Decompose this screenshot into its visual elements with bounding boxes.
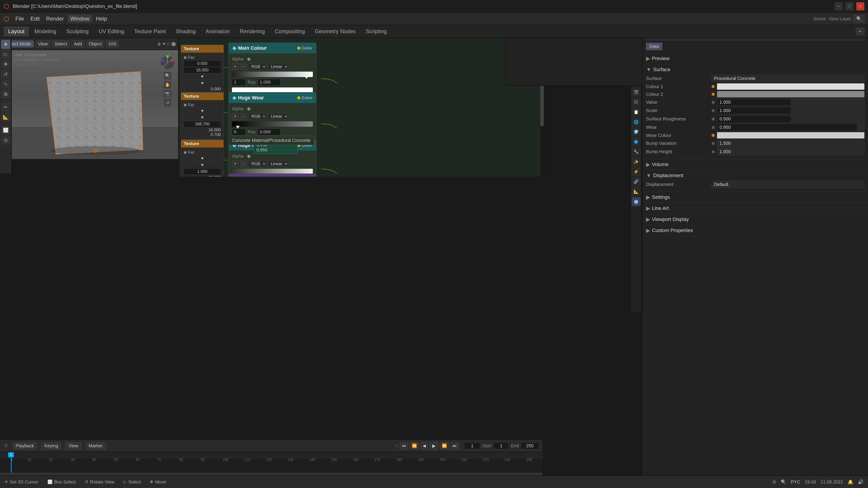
world-props-icon[interactable]: 🌍 bbox=[631, 127, 641, 136]
output-props-icon[interactable]: 🖼 bbox=[631, 98, 641, 107]
viewport-display-section[interactable]: ▶ Viewport Display bbox=[643, 214, 868, 225]
colour1-picker[interactable] bbox=[717, 84, 864, 90]
add-workspace-button[interactable]: + bbox=[856, 28, 864, 35]
keying-dropdown[interactable]: Keying bbox=[41, 442, 61, 449]
tab-texture-paint[interactable]: Texture Paint bbox=[130, 26, 170, 36]
modifier-props-icon[interactable]: 🔧 bbox=[631, 147, 641, 156]
tab-animation[interactable]: Animation bbox=[201, 26, 235, 36]
bump-height-input[interactable]: 1.000 bbox=[717, 148, 864, 155]
data-props-icon[interactable]: 📐 bbox=[631, 187, 641, 196]
end-frame-input[interactable]: 250 bbox=[521, 442, 539, 449]
colour2-picker[interactable] bbox=[717, 91, 864, 97]
value-input[interactable]: 1.000 bbox=[717, 99, 864, 106]
menu-edit[interactable]: Edit bbox=[28, 15, 42, 23]
start-frame-input[interactable]: 1 bbox=[493, 442, 509, 449]
pan-btn[interactable]: ✋ bbox=[164, 81, 171, 89]
tab-sculpting[interactable]: Sculpting bbox=[62, 26, 93, 36]
hw-stop-index[interactable] bbox=[232, 129, 246, 135]
hw-pos-value[interactable] bbox=[258, 129, 280, 135]
volume-section[interactable]: ▶ Volume bbox=[643, 159, 868, 170]
tab-shading[interactable]: Shading bbox=[171, 26, 200, 36]
render-props-icon[interactable]: 🎬 bbox=[631, 88, 641, 97]
viewport-select-btn[interactable]: Select bbox=[52, 40, 70, 47]
scale-input[interactable]: 1.000 bbox=[717, 107, 864, 114]
texture-node-3-dd1[interactable]: ▼ bbox=[184, 156, 221, 162]
hwm-remove-btn[interactable]: − bbox=[240, 161, 247, 167]
camera-btn[interactable]: 📷 bbox=[164, 90, 171, 98]
hwm-interp-select[interactable]: Linear bbox=[268, 161, 288, 167]
remove-stop-btn[interactable]: − bbox=[240, 64, 247, 70]
menu-help[interactable]: Help bbox=[93, 15, 110, 23]
data-tab-btn[interactable]: Data bbox=[646, 43, 662, 50]
next-frame-btn[interactable]: ⏩ bbox=[440, 442, 449, 449]
viewport-object-btn[interactable]: Object bbox=[86, 40, 104, 47]
search-box[interactable]: 🔍 bbox=[854, 15, 864, 22]
texture-val-1[interactable]: 0.500 bbox=[184, 61, 221, 67]
menu-window[interactable]: Window bbox=[68, 15, 92, 23]
texture-val-2[interactable]: 16.000 bbox=[184, 67, 221, 73]
texture-node-2-dd1[interactable]: ▼ bbox=[184, 108, 221, 114]
hwm-add-btn[interactable]: + bbox=[232, 161, 239, 167]
tab-scripting[interactable]: Scripting bbox=[361, 26, 391, 36]
texture-dropdown-1[interactable]: ▼ bbox=[184, 74, 221, 80]
line-art-section[interactable]: ▶ Line Art bbox=[643, 203, 868, 214]
hw-rgb-select[interactable]: RGB bbox=[248, 113, 266, 120]
object-props-icon[interactable]: 🔷 bbox=[631, 137, 641, 147]
search-icon[interactable]: 🔍 bbox=[781, 479, 786, 485]
texture-dropdown-2[interactable]: ▼ bbox=[184, 80, 221, 86]
viewport-view-btn[interactable]: View bbox=[35, 40, 50, 47]
texture-node-3-dd2[interactable]: ▼ bbox=[184, 162, 221, 168]
displacement-type-value[interactable]: Default bbox=[712, 181, 864, 188]
render-preview-icon[interactable]: ◐ bbox=[158, 41, 161, 46]
maximize-button[interactable]: □ bbox=[845, 2, 854, 10]
texture-val-1000[interactable]: 1.000 bbox=[184, 168, 221, 175]
move-tool[interactable]: ✥ bbox=[1, 60, 10, 69]
add-cube-tool[interactable]: ⬜ bbox=[1, 126, 10, 135]
node-canvas[interactable]: Texture Fac 0.500 16.000 ▼ ▼ 0.000 2.200… bbox=[179, 38, 544, 177]
hw-ramp[interactable] bbox=[232, 121, 313, 127]
jump-start-btn[interactable]: ⏮ bbox=[400, 442, 408, 449]
add-stop-btn[interactable]: + bbox=[232, 64, 239, 70]
preview-section[interactable]: ▶ Preview bbox=[643, 53, 868, 64]
scene-props-icon[interactable]: 🌐 bbox=[631, 118, 641, 127]
texture-node-2-dd2[interactable]: ▼ bbox=[184, 115, 221, 121]
roughness-input[interactable]: 0.500 bbox=[717, 116, 864, 123]
rgb-select[interactable]: RGB bbox=[248, 64, 266, 70]
jump-end-btn[interactable]: ⏭ bbox=[451, 442, 459, 449]
tab-uv-editing[interactable]: UV Editing bbox=[94, 26, 129, 36]
timeline-scrubber[interactable]: 1 10 20 30 40 50 60 70 80 90 100 110 120… bbox=[0, 452, 542, 476]
texture-val-288[interactable]: 288.700 bbox=[184, 121, 221, 127]
solid-view-icon[interactable]: ● bbox=[163, 41, 165, 46]
settings-section[interactable]: ▶ Settings bbox=[643, 192, 868, 203]
zoom-in-btn[interactable]: 🔍 bbox=[164, 72, 171, 79]
close-button[interactable]: ✕ bbox=[856, 2, 864, 10]
interpolation-select[interactable]: Linear bbox=[268, 64, 288, 70]
hw-interp-select[interactable]: Linear bbox=[268, 113, 288, 120]
menu-render[interactable]: Render bbox=[43, 15, 67, 23]
tab-layout[interactable]: Layout bbox=[4, 26, 29, 36]
hwm-rgb-select[interactable]: RGB bbox=[248, 161, 266, 167]
marker-dropdown[interactable]: Marker bbox=[86, 442, 105, 449]
wear-colour-picker[interactable] bbox=[717, 132, 864, 138]
custom-props-section[interactable]: ▶ Custom Properties bbox=[643, 225, 868, 236]
cursor-tool[interactable]: ✛ bbox=[1, 40, 10, 49]
surface-header[interactable]: ▼ Surface bbox=[646, 66, 864, 73]
displacement-header[interactable]: ▼ Displacement bbox=[646, 172, 864, 179]
wireframe-icon[interactable]: ◻ bbox=[166, 41, 170, 46]
minimize-button[interactable]: ─ bbox=[835, 2, 843, 10]
physics-props-icon[interactable]: ⚡ bbox=[631, 167, 641, 176]
tab-modeling[interactable]: Modeling bbox=[30, 26, 61, 36]
view-layer-props-icon[interactable]: 📋 bbox=[631, 107, 641, 117]
stop-index-input[interactable] bbox=[232, 79, 246, 86]
menu-file[interactable]: File bbox=[13, 15, 27, 23]
play-btn[interactable]: ▶ bbox=[430, 442, 438, 450]
transform-tool[interactable]: ⊞ bbox=[1, 90, 10, 98]
hw-remove-btn[interactable]: − bbox=[240, 113, 247, 120]
annotate-tool[interactable]: ✏ bbox=[1, 103, 10, 111]
particles-props-icon[interactable]: ✨ bbox=[631, 157, 641, 166]
main-colour-ramp[interactable] bbox=[232, 72, 313, 77]
viewport-3d[interactable]: User Perspective (1) Collection | Plane.… bbox=[12, 50, 178, 159]
measure-tool[interactable]: 📐 bbox=[1, 112, 10, 122]
pos-value-input[interactable] bbox=[258, 79, 280, 86]
rendered-icon[interactable]: ⬤ bbox=[171, 41, 176, 46]
